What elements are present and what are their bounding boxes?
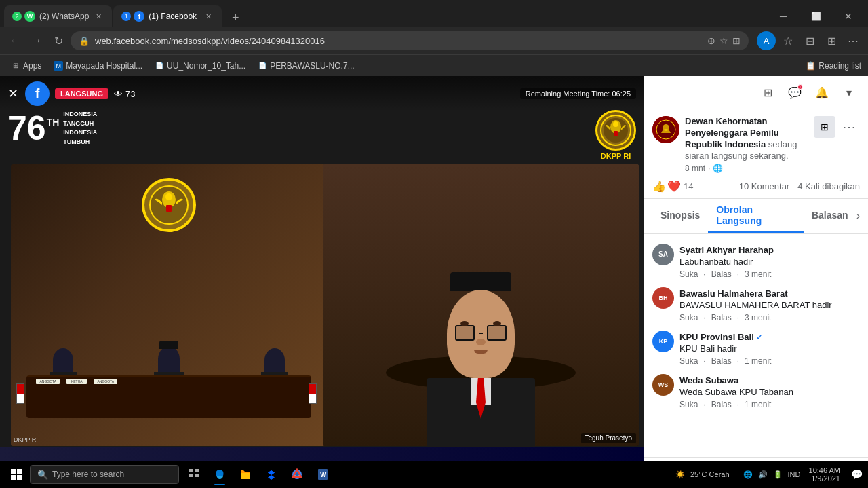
whatsapp-favicon: W bbox=[24, 11, 35, 22]
taskbar-taskview[interactable] bbox=[182, 462, 206, 487]
translate-icon[interactable]: ⊕ bbox=[707, 35, 715, 46]
extensions-icon[interactable]: ⊞ bbox=[732, 35, 741, 46]
refresh-button[interactable]: ↻ bbox=[49, 31, 68, 50]
person-figure bbox=[427, 272, 535, 446]
favorites-button[interactable]: ☆ bbox=[778, 31, 797, 50]
battery-icon: 🔋 bbox=[773, 470, 783, 479]
system-tray[interactable]: ☀️ 25°C Cerah bbox=[670, 470, 735, 479]
minimize-button[interactable]: ─ bbox=[768, 5, 799, 27]
notifications-button[interactable]: 🔔 bbox=[811, 81, 833, 103]
forward-button[interactable]: → bbox=[27, 31, 46, 50]
facebook-tab-title: (1) Facebook bbox=[149, 12, 199, 21]
kpu-like[interactable]: Suka bbox=[679, 356, 698, 366]
anniversary-logo: 76 TH INDONESIA TANGGUH INDONESIA TUMBUH bbox=[8, 110, 97, 147]
bawaslu-avatar[interactable]: BH bbox=[652, 287, 674, 309]
taskbar-word[interactable]: W bbox=[311, 462, 335, 487]
taskbar-dropbox[interactable] bbox=[259, 462, 283, 487]
restore-button[interactable]: ⬜ bbox=[800, 5, 831, 27]
comments-count[interactable]: 10 Komentar bbox=[739, 181, 789, 191]
facebook-badge: 1 bbox=[121, 12, 131, 21]
video-background: ✕ f LANGSUNG 👁 73 Remaining Meeting Time… bbox=[0, 76, 644, 488]
taskbar-time[interactable]: 10:46 AM 1/9/2021 bbox=[809, 466, 846, 483]
star-icon[interactable]: ☆ bbox=[719, 35, 728, 46]
video-top-bar: ✕ f LANGSUNG 👁 73 Remaining Meeting Time… bbox=[0, 76, 644, 111]
video-panel-left: ANGGOTA KETUA ANGGOTA DKPP RI bbox=[11, 164, 327, 446]
bawaslu-like[interactable]: Suka bbox=[679, 313, 698, 322]
bookmark-apps-label: Apps bbox=[23, 61, 41, 71]
bawaslu-actions: Suka · Balas · 3 menit bbox=[679, 313, 860, 322]
syatri-like[interactable]: Suka bbox=[679, 269, 698, 279]
facebook-tab-close[interactable]: ✕ bbox=[203, 11, 214, 22]
video-area[interactable]: ✕ f LANGSUNG 👁 73 Remaining Meeting Time… bbox=[0, 76, 644, 488]
tab-facebook[interactable]: 1 f (1) Facebook ✕ bbox=[113, 5, 222, 27]
weda-actions: Suka · Balas · 1 menit bbox=[679, 400, 860, 409]
address-bar[interactable]: 🔒 web.facebook.com/medsosdkpp/videos/240… bbox=[71, 31, 749, 50]
comments-area[interactable]: SA Syatri Akhyar Harahap Labuhanbatu had… bbox=[644, 234, 868, 457]
weda-reply[interactable]: Balas bbox=[711, 400, 732, 409]
syatri-avatar[interactable]: SA bbox=[652, 244, 674, 265]
kpu-avatar[interactable]: KP bbox=[652, 331, 674, 352]
video-close-button[interactable]: ✕ bbox=[8, 86, 18, 101]
messenger-badge: 1 bbox=[797, 84, 803, 90]
taskbar: 🔍 Type here to search bbox=[0, 461, 868, 488]
close-button[interactable]: ✕ bbox=[833, 5, 864, 27]
back-button[interactable]: ← bbox=[5, 31, 24, 50]
weda-bubble: Weda Subawa Weda Subawa KPU Tabanan Suka… bbox=[679, 374, 860, 409]
tab-whatsapp[interactable]: 2 W (2) WhatsApp ✕ bbox=[4, 5, 112, 27]
url-display: web.facebook.com/medsosdkpp/videos/24040… bbox=[95, 36, 702, 46]
more-post-button[interactable]: ⋯ bbox=[838, 116, 860, 138]
extensions-button[interactable]: ⊞ bbox=[822, 31, 841, 50]
comment-kpu: KP KPU Provinsi Bali ✓ KPU Bali hadir Su… bbox=[644, 326, 868, 370]
tab-obrolan-langsung[interactable]: Obrolan Langsung bbox=[708, 199, 804, 233]
expand-button[interactable]: ⊞ bbox=[814, 116, 835, 138]
reactions-row: 👍 ❤️ 14 10 Komentar 4 Kali dibagikan bbox=[644, 177, 868, 199]
post-header: Dewan Kehormatan Penyelenggara Pemilu Re… bbox=[644, 109, 868, 177]
browser-chrome: 2 W (2) WhatsApp ✕ 1 f (1) Facebook ✕ + … bbox=[0, 0, 868, 76]
weda-avatar[interactable]: WS bbox=[652, 374, 674, 396]
taskbar-chrome[interactable] bbox=[285, 462, 309, 487]
tab-sinopsis[interactable]: Sinopsis bbox=[652, 204, 708, 228]
comment-bawaslu: BH Bawaslu Halmahera Barat BAWASLU HALMA… bbox=[644, 283, 868, 326]
anniversary-text: INDONESIA TANGGUH INDONESIA TUMBUH bbox=[63, 110, 97, 147]
bawaslu-time: 3 menit bbox=[745, 313, 771, 322]
bookmark-mayapada[interactable]: M Mayapada Hospital... bbox=[50, 60, 146, 72]
comment-syatri: SA Syatri Akhyar Harahap Labuhanbatu had… bbox=[644, 240, 868, 283]
reading-list-button[interactable]: 📋 Reading list bbox=[806, 61, 861, 71]
bookmark-perbawaslu[interactable]: 📄 PERBAWASLU-NO.7... bbox=[254, 60, 358, 72]
taskbar-search[interactable]: 🔍 Type here to search bbox=[30, 465, 179, 484]
kpu-time: 1 menit bbox=[745, 356, 771, 366]
settings-button[interactable]: ⋯ bbox=[844, 31, 863, 50]
bawaslu-reply[interactable]: Balas bbox=[711, 313, 732, 322]
tab-balasan[interactable]: Balasan bbox=[804, 204, 856, 228]
post-avatar[interactable] bbox=[652, 116, 679, 143]
weda-name: Weda Subawa bbox=[679, 375, 738, 386]
like-icon: 👍 bbox=[652, 180, 666, 193]
more-options-button[interactable]: ▾ bbox=[838, 81, 860, 103]
reaction-count: 14 bbox=[684, 181, 693, 191]
bookmark-uu[interactable]: 📄 UU_Nomor_10_Tah... bbox=[151, 60, 250, 72]
taskbar-edge[interactable] bbox=[208, 462, 232, 487]
syatri-reply[interactable]: Balas bbox=[711, 269, 732, 279]
shares-count[interactable]: 4 Kali dibagikan bbox=[797, 181, 860, 191]
bookmark-apps[interactable]: ⊞ Apps bbox=[7, 60, 45, 72]
system-icons[interactable]: 🌐 🔊 🔋 IND bbox=[738, 470, 806, 479]
whatsapp-badge: 2 bbox=[12, 12, 22, 21]
kpu-name: KPU Provinsi Bali ✓ bbox=[679, 332, 762, 342]
weda-like[interactable]: Suka bbox=[679, 400, 698, 409]
apps-grid-button[interactable]: ⊞ bbox=[757, 81, 778, 103]
kpu-reply[interactable]: Balas bbox=[711, 356, 732, 366]
taskbar-explorer[interactable] bbox=[233, 462, 258, 487]
collections-button[interactable]: ⊟ bbox=[800, 31, 819, 50]
start-button[interactable] bbox=[3, 461, 30, 488]
whatsapp-tab-close[interactable]: ✕ bbox=[93, 11, 104, 22]
messenger-button[interactable]: 💬 1 bbox=[784, 81, 806, 103]
uu-favicon: 📄 bbox=[155, 61, 164, 71]
public-icon: 🌐 bbox=[713, 164, 723, 173]
tabs-arrow[interactable]: › bbox=[856, 210, 860, 222]
notification-center[interactable]: 💬 bbox=[848, 469, 865, 480]
kpu-text: KPU Bali hadir bbox=[679, 343, 860, 355]
syatri-text: Labuhanbatu hadir bbox=[679, 256, 860, 268]
verified-checkmark: ✓ bbox=[756, 333, 762, 341]
new-tab-button[interactable]: + bbox=[226, 8, 245, 27]
profile-icon[interactable]: A bbox=[757, 31, 776, 50]
